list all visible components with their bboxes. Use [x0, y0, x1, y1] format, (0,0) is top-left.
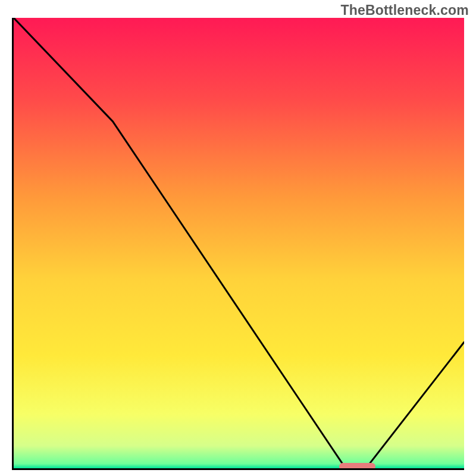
plot-area	[12, 18, 464, 470]
chart-container: TheBottleneck.com	[0, 0, 476, 476]
bottleneck-curve	[14, 18, 464, 468]
curve-path	[14, 18, 464, 464]
watermark-text: TheBottleneck.com	[340, 2, 469, 18]
optimum-marker	[339, 463, 375, 470]
